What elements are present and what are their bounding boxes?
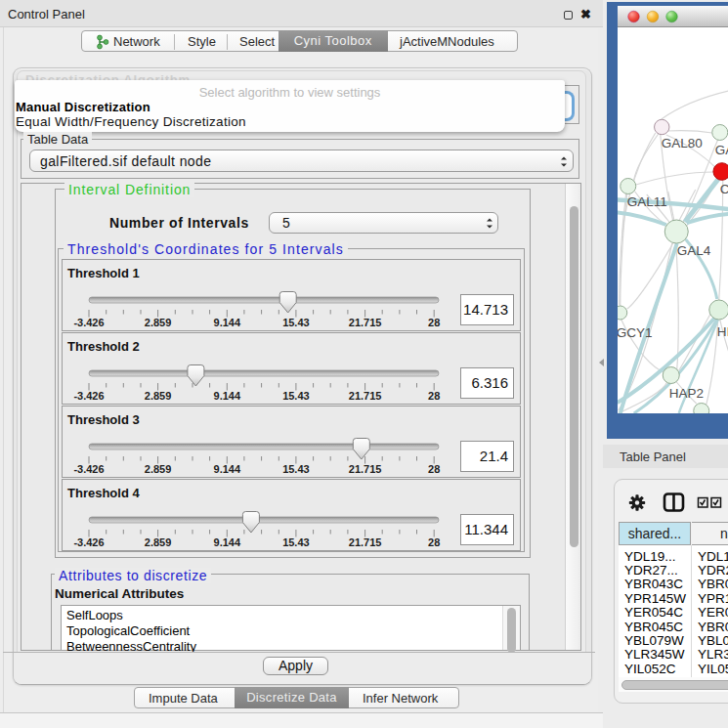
svg-text:GAL4: GAL4 — [676, 243, 710, 258]
svg-text:28: 28 — [428, 390, 440, 402]
svg-text:21.715: 21.715 — [349, 463, 382, 475]
svg-text:-3.426: -3.426 — [73, 536, 104, 548]
svg-text:2.859: 2.859 — [145, 463, 172, 475]
svg-text:15.43: 15.43 — [282, 536, 310, 548]
svg-text:15.43: 15.43 — [282, 317, 310, 328]
svg-text:21.715: 21.715 — [349, 390, 382, 402]
svg-text:15.43: 15.43 — [282, 390, 310, 402]
svg-text:15.43: 15.43 — [282, 463, 310, 475]
svg-text:CBF1: CBF1 — [719, 182, 728, 196]
svg-text:2.859: 2.859 — [145, 536, 172, 548]
svg-text:GAL80: GAL80 — [661, 136, 702, 150]
svg-text:28: 28 — [428, 463, 440, 475]
svg-text:21.715: 21.715 — [349, 536, 382, 548]
svg-text:-3.426: -3.426 — [73, 463, 104, 475]
svg-text:-3.426: -3.426 — [73, 317, 104, 328]
svg-text:21.715: 21.715 — [349, 317, 382, 328]
svg-text:28: 28 — [428, 317, 440, 328]
svg-text:9.144: 9.144 — [214, 317, 241, 328]
svg-text:2.859: 2.859 — [145, 317, 172, 328]
svg-text:28: 28 — [428, 536, 440, 548]
svg-text:GAL1: GAL1 — [714, 143, 728, 157]
svg-text:-3.426: -3.426 — [73, 390, 104, 402]
svg-text:2.859: 2.859 — [145, 390, 172, 402]
svg-text:9.144: 9.144 — [214, 390, 241, 402]
svg-text:9.144: 9.144 — [214, 463, 241, 475]
svg-text:9.144: 9.144 — [214, 536, 241, 548]
svg-text:HAP2: HAP2 — [668, 386, 703, 401]
svg-text:GAL11: GAL11 — [626, 194, 666, 209]
svg-text:HIS4: HIS4 — [716, 324, 728, 339]
svg-text:GCY1: GCY1 — [618, 325, 653, 340]
